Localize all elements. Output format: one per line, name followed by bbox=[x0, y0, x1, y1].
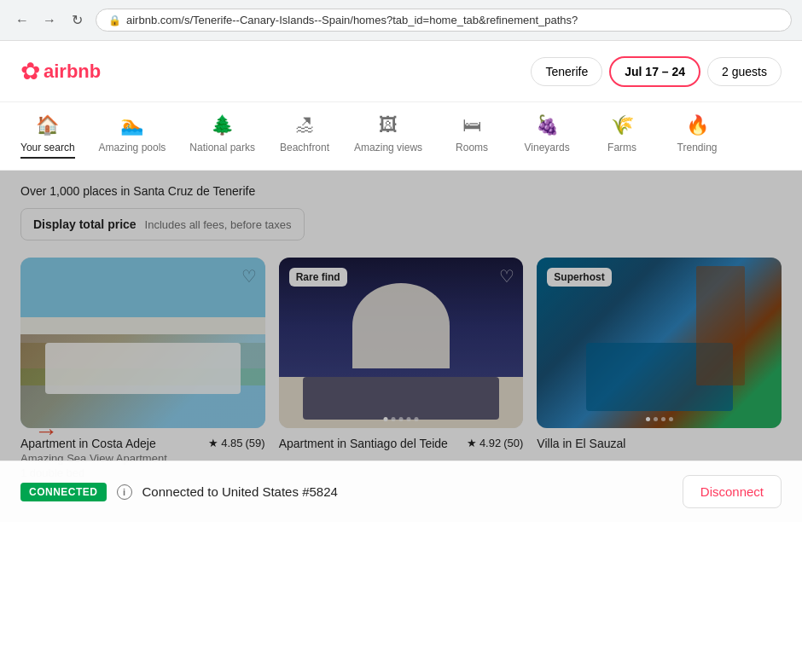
connected-text: Connected to United States #5824 bbox=[142, 484, 672, 499]
vineyards-icon: 🍇 bbox=[536, 114, 559, 136]
dates-pill[interactable]: Jul 17 – 24 bbox=[609, 56, 700, 87]
arrow-icon: → bbox=[34, 418, 58, 445]
url-text: airbnb.com/s/Tenerife--Canary-Islands--S… bbox=[126, 14, 578, 26]
category-label: Your search bbox=[20, 142, 75, 154]
category-label: Amazing views bbox=[354, 142, 422, 154]
back-button[interactable]: ← bbox=[10, 9, 34, 32]
listing-image-3: Superhost bbox=[537, 258, 782, 428]
beachfront-icon: 🏖 bbox=[295, 114, 314, 136]
listing-type-3: Villa in El Sauzal bbox=[537, 437, 625, 450]
browser-chrome: ← → ↻ 🔒 airbnb.com/s/Tenerife--Canary-Is… bbox=[0, 0, 802, 41]
category-label: Vineyards bbox=[525, 142, 570, 154]
listing-image-2: Rare find ♡ bbox=[279, 258, 524, 428]
price-toggle-sub: Includes all fees, before taxes bbox=[145, 218, 292, 231]
category-nav: 🏠 Your search 🏊 Amazing pools 🌲 National… bbox=[0, 102, 802, 171]
category-rooms[interactable]: 🛏 Rooms bbox=[446, 114, 497, 159]
dot bbox=[414, 417, 418, 421]
category-your-search[interactable]: 🏠 Your search bbox=[20, 114, 75, 159]
category-farms[interactable]: 🌾 Farms bbox=[596, 114, 648, 159]
bottom-overlay: CONNECTED i Connected to United States #… bbox=[0, 461, 802, 522]
results-count: Over 1,000 places in Santa Cruz de Tener… bbox=[20, 184, 782, 198]
category-label: Trending bbox=[677, 142, 718, 154]
lock-icon: 🔒 bbox=[108, 14, 121, 26]
guests-text: 2 guests bbox=[722, 65, 767, 78]
category-amazing-pools[interactable]: 🏊 Amazing pools bbox=[99, 114, 166, 159]
listing-image-1: ♡ bbox=[20, 258, 265, 428]
dot bbox=[383, 417, 387, 421]
category-beachfront[interactable]: 🏖 Beachfront bbox=[279, 114, 330, 159]
listing-rating-2: ★ 4.92 (50) bbox=[467, 437, 523, 449]
wishlist-button-2[interactable]: ♡ bbox=[499, 266, 514, 287]
dot bbox=[669, 417, 673, 421]
airbnb-logo-icon: ✿ bbox=[20, 57, 40, 85]
airbnb-header: ✿ airbnb Tenerife Jul 17 – 24 2 guests bbox=[0, 41, 802, 102]
dot bbox=[398, 417, 403, 421]
wishlist-button-1[interactable]: ♡ bbox=[241, 266, 257, 287]
price-arrow-annotation: → bbox=[34, 418, 58, 445]
dot bbox=[646, 417, 650, 421]
header-search-pills: Tenerife Jul 17 – 24 2 guests bbox=[531, 56, 782, 87]
category-vineyards[interactable]: 🍇 Vineyards bbox=[521, 114, 572, 159]
dates-text: Jul 17 – 24 bbox=[625, 65, 685, 78]
trending-icon: 🔥 bbox=[686, 114, 709, 136]
disconnect-button[interactable]: Disconnect bbox=[683, 475, 782, 508]
listing-rating-1: ★ 4.85 (59) bbox=[208, 437, 264, 449]
listing-title-row-3: Villa in El Sauzal bbox=[537, 437, 782, 450]
category-label: Rooms bbox=[456, 142, 488, 154]
nav-buttons: ← → ↻ bbox=[10, 9, 89, 32]
listing-title-row-2: Apartment in Santiago del Teide ★ 4.92 (… bbox=[279, 437, 524, 450]
listing-badge-3: Superhost bbox=[547, 268, 611, 287]
rating-value-1: 4.85 bbox=[221, 437, 242, 449]
rooms-icon: 🛏 bbox=[462, 114, 481, 136]
dot bbox=[661, 417, 665, 421]
amazing-views-icon: 🖼 bbox=[379, 114, 398, 136]
category-label: Amazing pools bbox=[99, 142, 166, 154]
dots-indicator-3 bbox=[646, 417, 673, 421]
review-count-1: (59) bbox=[246, 437, 265, 449]
rating-value-2: 4.92 bbox=[479, 437, 501, 449]
listing-type-2: Apartment in Santiago del Teide bbox=[279, 437, 448, 450]
airbnb-logo[interactable]: ✿ airbnb bbox=[20, 57, 101, 85]
listing-badge-2: Rare find bbox=[289, 268, 347, 287]
address-bar[interactable]: 🔒 airbnb.com/s/Tenerife--Canary-Islands-… bbox=[96, 9, 792, 32]
guests-pill[interactable]: 2 guests bbox=[707, 57, 782, 86]
star-icon-1: ★ bbox=[208, 437, 218, 449]
amazing-pools-icon: 🏊 bbox=[120, 114, 143, 136]
category-label: National parks bbox=[189, 142, 255, 154]
category-amazing-views[interactable]: 🖼 Amazing views bbox=[354, 114, 422, 159]
airbnb-logo-text: airbnb bbox=[44, 61, 101, 83]
category-national-parks[interactable]: 🌲 National parks bbox=[189, 114, 255, 159]
location-pill[interactable]: Tenerife bbox=[531, 57, 602, 86]
dot bbox=[391, 417, 395, 421]
info-icon[interactable]: i bbox=[117, 484, 132, 500]
review-count-2: (50) bbox=[503, 437, 523, 449]
dot bbox=[654, 417, 658, 421]
listing-info-3: Villa in El Sauzal bbox=[537, 428, 782, 455]
connected-badge: CONNECTED bbox=[20, 483, 107, 501]
dot bbox=[406, 417, 410, 421]
main-content: Over 1,000 places in Santa Cruz de Tener… bbox=[0, 171, 802, 522]
national-parks-icon: 🌲 bbox=[211, 114, 234, 136]
listing-info-2: Apartment in Santiago del Teide ★ 4.92 (… bbox=[279, 428, 524, 455]
category-trending[interactable]: 🔥 Trending bbox=[671, 114, 723, 159]
category-label: Beachfront bbox=[280, 142, 329, 154]
star-icon-2: ★ bbox=[467, 437, 477, 449]
dots-indicator-2 bbox=[383, 417, 418, 421]
category-label: Farms bbox=[607, 142, 636, 154]
your-search-icon: 🏠 bbox=[36, 114, 59, 136]
farms-icon: 🌾 bbox=[611, 114, 634, 136]
price-toggle[interactable]: Display total price Includes all fees, b… bbox=[20, 208, 305, 240]
location-text: Tenerife bbox=[545, 65, 588, 78]
price-toggle-label: Display total price bbox=[33, 217, 137, 231]
refresh-button[interactable]: ↻ bbox=[65, 9, 89, 32]
forward-button[interactable]: → bbox=[38, 9, 61, 32]
